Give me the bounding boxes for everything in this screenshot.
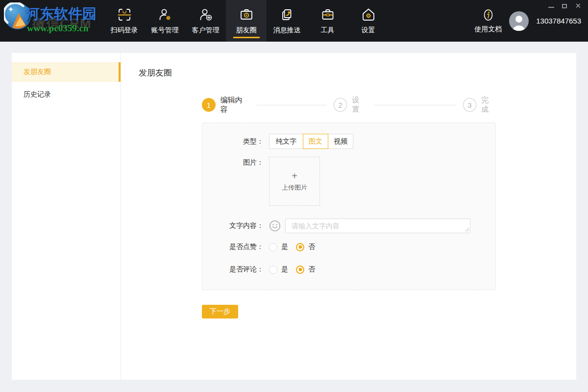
step-connector: [373, 105, 456, 105]
plus-icon: +: [292, 171, 297, 181]
nav-label: 设置: [362, 26, 375, 35]
watermark-title: 河东软件园: [25, 4, 97, 24]
nav-item-customer-management[interactable]: 客户管理: [185, 0, 226, 42]
sidebar-item-history[interactable]: 历史记录: [12, 85, 121, 104]
workspace: 发朋友圈 历史记录 发朋友圈 1 编辑内容 2 设置: [0, 42, 588, 392]
content-row: 文字内容：: [223, 219, 495, 233]
watermark-url: www.pc0359.cn: [27, 23, 89, 34]
radio-selected-icon[interactable]: [296, 243, 304, 251]
next-step-button[interactable]: 下一步: [202, 305, 238, 318]
content-panel: 发朋友圈 历史记录 发朋友圈 1 编辑内容 2 设置: [12, 53, 576, 380]
maximize-button[interactable]: [562, 4, 567, 8]
step-connector: [256, 105, 327, 105]
radio-unselected-icon[interactable]: [269, 266, 277, 274]
image-row: 图片： + 上传图片: [223, 157, 495, 206]
window-controls: ✕: [548, 2, 581, 10]
docs-button[interactable]: 使用文档: [474, 8, 502, 34]
radio-label: 否: [308, 243, 315, 251]
radio-label: 是: [281, 265, 288, 274]
step-edit-content: 1 编辑内容: [202, 96, 249, 114]
avatar[interactable]: [509, 11, 529, 31]
nav-item-tools[interactable]: 工具: [307, 0, 348, 42]
home-gear-icon: [361, 7, 376, 22]
nav-item-message-push[interactable]: 消息推送: [267, 0, 307, 42]
step-number: 1: [202, 98, 216, 112]
content-input-wrap: [285, 219, 470, 233]
nav-label: 朋友圈: [236, 26, 257, 35]
step-indicator: 1 编辑内容 2 设置 3 完成: [202, 96, 496, 114]
sidebar: 发朋友圈 历史记录: [12, 53, 121, 380]
push-arrow-icon: [280, 7, 294, 22]
close-button[interactable]: ✕: [575, 2, 581, 9]
moments-form: 类型： 纯文字 图文 视频 图片： + 上传图片: [202, 122, 496, 290]
nav-label: 扫码登录: [111, 26, 138, 35]
type-label: 类型：: [223, 137, 264, 146]
toolbox-icon: [320, 7, 335, 22]
nav-item-moments[interactable]: 朋友圈: [226, 0, 267, 42]
nav-label: 工具: [321, 26, 335, 35]
docs-label: 使用文档: [474, 25, 502, 34]
content-textarea[interactable]: [285, 219, 470, 233]
like-option-no[interactable]: 否: [296, 243, 315, 251]
nav-label: 客户管理: [192, 26, 220, 35]
wizard: 1 编辑内容 2 设置 3 完成 类型：: [202, 96, 496, 318]
radio-unselected-icon[interactable]: [269, 243, 277, 251]
sidebar-item-post-moments[interactable]: 发朋友圈: [12, 62, 121, 82]
radio-label: 是: [281, 243, 288, 251]
step-label: 编辑内容: [220, 96, 249, 114]
logo-area: 微信CRM 河东软件园 www.pc0359.cn: [0, 0, 104, 42]
like-label: 是否点赞：: [223, 243, 264, 251]
content-label: 文字内容：: [223, 221, 264, 230]
radio-label: 否: [308, 265, 315, 274]
type-option-video[interactable]: 视频: [328, 134, 353, 149]
type-row: 类型： 纯文字 图文 视频: [223, 134, 495, 149]
step-number: 2: [334, 98, 347, 112]
comment-option-yes[interactable]: 是: [269, 265, 288, 274]
main-nav: 扫码登录 账号管理 客户管理: [104, 0, 389, 42]
emoji-icon[interactable]: [269, 220, 281, 232]
step-label: 设置: [352, 96, 367, 114]
resize-grip-icon[interactable]: [465, 227, 469, 232]
step-done: 3 完成: [463, 96, 496, 114]
like-option-yes[interactable]: 是: [269, 243, 288, 251]
user-gear-icon: [158, 7, 172, 22]
account-phone: 13037847653: [536, 17, 581, 25]
nav-item-settings[interactable]: 设置: [348, 0, 389, 42]
upload-image-button[interactable]: + 上传图片: [269, 157, 320, 206]
page-title: 发朋友圈: [139, 67, 576, 78]
type-segmented-control: 纯文字 图文 视频: [269, 134, 353, 149]
qr-scan-login-icon: [117, 7, 132, 22]
like-row: 是否点赞： 是 否: [223, 243, 495, 251]
type-option-image-text[interactable]: 图文: [303, 134, 328, 149]
nav-item-scan-login[interactable]: 扫码登录: [104, 0, 145, 42]
comment-row: 是否评论： 是 否: [223, 265, 495, 274]
minimize-button[interactable]: [548, 4, 554, 8]
step-number: 3: [463, 98, 477, 112]
main-content: 发朋友圈 1 编辑内容 2 设置 3 完成: [121, 53, 576, 380]
type-option-text[interactable]: 纯文字: [269, 134, 303, 149]
nav-item-account-management[interactable]: 账号管理: [145, 0, 185, 42]
step-label: 完成: [481, 96, 496, 114]
info-doc-icon: [482, 8, 495, 22]
step-settings: 2 设置: [334, 96, 367, 114]
user-plus-icon: [198, 7, 213, 22]
topbar: 微信CRM 河东软件园 www.pc0359.cn 扫码登录: [0, 0, 588, 42]
nav-label: 消息推送: [273, 26, 301, 35]
image-label: 图片：: [223, 157, 264, 167]
camera-icon: [239, 7, 254, 22]
comment-option-no[interactable]: 否: [296, 265, 315, 274]
radio-selected-icon[interactable]: [296, 266, 304, 274]
nav-label: 账号管理: [151, 26, 179, 35]
comment-label: 是否评论：: [223, 265, 264, 274]
upload-text: 上传图片: [282, 183, 307, 192]
